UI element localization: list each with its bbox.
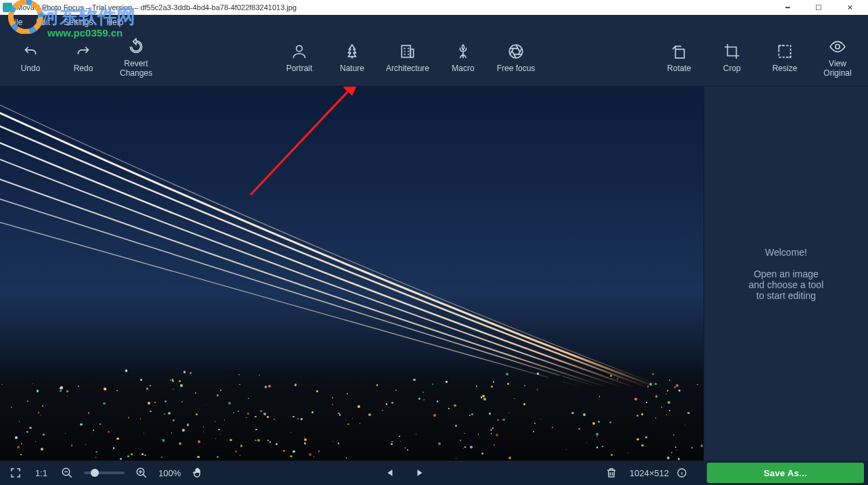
bottom-bar: 1:1 100% 1024×512 Sa: [0, 461, 868, 485]
prev-button[interactable]: [381, 464, 399, 482]
canvas-area[interactable]: // inline generator for city lights: [0, 87, 704, 461]
undo-label: Undo: [21, 64, 41, 73]
menubar: File Edit Settings Help: [0, 15, 868, 30]
architecture-label: Architecture: [386, 64, 429, 73]
nature-label: Nature: [340, 64, 364, 73]
prev-icon: [385, 468, 395, 478]
aperture-icon: [507, 43, 525, 60]
portrait-icon: [290, 43, 308, 60]
menu-file[interactable]: File: [3, 15, 29, 30]
dimensions-text: 1024×512: [630, 468, 669, 478]
menu-settings[interactable]: Settings: [57, 15, 100, 30]
fullscreen-icon: [9, 467, 22, 479]
hand-tool-button[interactable]: [189, 464, 207, 482]
zoom-percent: 100%: [158, 468, 181, 478]
nature-icon: [343, 43, 361, 60]
macro-label: Macro: [452, 64, 474, 73]
resize-label: Resize: [773, 64, 798, 73]
close-button[interactable]: ✕: [834, 0, 865, 15]
menu-help[interactable]: Help: [100, 15, 130, 30]
info-icon: [676, 467, 687, 478]
eye-icon: [829, 38, 846, 55]
freefocus-button[interactable]: Free focus: [490, 30, 542, 87]
delete-button[interactable]: [603, 464, 620, 482]
rotate-label: Rotate: [667, 64, 691, 73]
freefocus-label: Free focus: [497, 64, 536, 73]
resize-icon: [776, 43, 794, 60]
svg-rect-3: [402, 45, 410, 57]
svg-rect-4: [410, 49, 413, 57]
save-button[interactable]: Save As...: [707, 463, 864, 483]
macro-icon: [454, 43, 472, 60]
revert-label: Revert Changes: [120, 60, 152, 77]
view-original-label: View Original: [823, 60, 851, 77]
undo-icon: [22, 43, 39, 60]
rotate-icon: [670, 43, 688, 60]
info-button[interactable]: [673, 464, 691, 482]
rotate-button[interactable]: Rotate: [653, 30, 706, 87]
redo-icon: [74, 43, 92, 60]
architecture-button[interactable]: Architecture: [378, 30, 437, 87]
svg-rect-6: [676, 49, 685, 58]
portrait-button[interactable]: Portrait: [273, 30, 326, 87]
trash-icon: [605, 467, 617, 479]
architecture-icon: [399, 43, 416, 60]
revert-button[interactable]: Revert Changes: [110, 30, 162, 87]
redo-label: Redo: [74, 64, 93, 73]
image-canvas: // inline generator for city lights: [0, 87, 703, 461]
welcome-heading: Welcome!: [765, 247, 807, 258]
crop-icon: [723, 43, 741, 60]
crop-button[interactable]: Crop: [706, 30, 758, 87]
revert-icon: [127, 38, 145, 55]
hand-icon: [192, 467, 204, 479]
onetoone-label: 1:1: [35, 468, 47, 478]
maximize-button[interactable]: ☐: [803, 0, 834, 15]
window-titlebar: Movavi Photo Focus – Trial version – df5…: [0, 0, 868, 15]
app-icon: [3, 3, 12, 12]
undo-button[interactable]: Undo: [4, 30, 57, 87]
zoom-in-icon: [135, 467, 148, 479]
window-title: Movavi Photo Focus – Trial version – df5…: [16, 3, 772, 11]
next-button[interactable]: [411, 464, 429, 482]
svg-point-2: [297, 45, 303, 51]
welcome-hint: Open an image and choose a tool to start…: [749, 269, 824, 301]
menu-edit[interactable]: Edit: [29, 15, 57, 30]
onetoone-button[interactable]: 1:1: [32, 464, 50, 482]
toolbar: Undo Redo Revert Changes Portrait Nature…: [0, 30, 868, 87]
view-original-button[interactable]: View Original: [811, 30, 864, 87]
minimize-button[interactable]: ━: [772, 0, 803, 15]
nature-button[interactable]: Nature: [326, 30, 378, 87]
side-panel: Welcome! Open an image and choose a tool…: [704, 87, 868, 461]
portrait-label: Portrait: [286, 64, 313, 73]
main-area: // inline generator for city lights Welc…: [0, 87, 868, 461]
svg-rect-7: [779, 45, 790, 57]
zoom-out-icon: [61, 467, 73, 479]
zoom-slider[interactable]: [84, 471, 125, 474]
svg-point-8: [836, 45, 840, 49]
crop-label: Crop: [723, 64, 741, 73]
save-label: Save As...: [764, 468, 807, 478]
zoom-slider-knob[interactable]: [91, 469, 99, 477]
zoom-in-button[interactable]: [133, 464, 150, 482]
fullscreen-button[interactable]: [7, 464, 24, 482]
redo-button[interactable]: Redo: [57, 30, 110, 87]
zoom-out-button[interactable]: [58, 464, 76, 482]
resize-button[interactable]: Resize: [758, 30, 811, 87]
macro-button[interactable]: Macro: [437, 30, 490, 87]
next-icon: [415, 468, 425, 478]
